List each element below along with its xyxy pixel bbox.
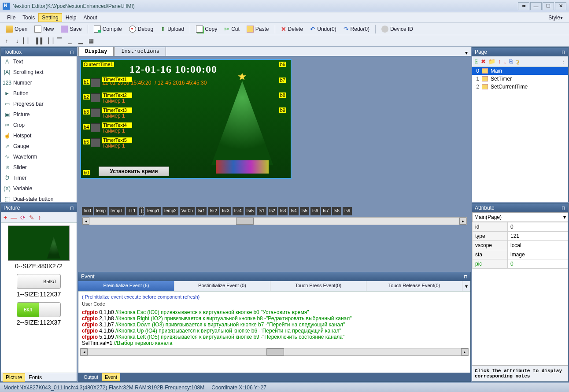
open-button[interactable]: Open [3, 24, 30, 34]
tab-display[interactable]: Display [78, 47, 114, 56]
canvas-area[interactable]: ★ CurrentTime1 12-01-16 10:00:00 b6 b1 T… [78, 56, 471, 271]
attr-row-pic[interactable]: pic0 [473, 259, 568, 269]
display-canvas[interactable]: ★ CurrentTime1 12-01-16 10:00:00 b6 b1 T… [80, 59, 292, 179]
label-b0[interactable]: b0 [83, 170, 90, 175]
obj-chip-tempT[interactable]: tempT [109, 207, 125, 215]
obj-chip-ts7[interactable]: ts7 [321, 207, 330, 215]
event-pin-icon[interactable]: ⊓ [464, 274, 468, 280]
same-size-button[interactable]: ▦ [87, 37, 95, 45]
label-b8[interactable]: b8 [279, 92, 286, 98]
page-add-button[interactable]: ⎘ [475, 58, 478, 65]
page-copy-button[interactable]: ⎘ [509, 58, 513, 65]
label-timertext4[interactable]: TimerText4 [102, 122, 132, 128]
menu-help[interactable]: Help [62, 13, 80, 22]
minibtn-b3[interactable] [91, 108, 100, 117]
minibtn-b1[interactable] [91, 78, 100, 87]
picture-thumb-2[interactable]: ВКЛ [17, 302, 61, 317]
picture-refresh-button[interactable]: ⟳ [20, 214, 26, 221]
align-top-button[interactable]: ▔ [55, 37, 63, 45]
paste-button[interactable]: Paste [244, 24, 272, 34]
page-more-icon[interactable]: ⋮ [561, 59, 565, 64]
tab-postinit[interactable]: Postinitialize Event (0) [174, 281, 270, 291]
obj-chip-ts4[interactable]: ts4 [289, 207, 298, 215]
window-close-button[interactable]: ✕ [555, 2, 566, 10]
toolbox-item-number[interactable]: 123Number [1, 78, 77, 88]
label-timertext1[interactable]: TimerText1 [102, 77, 132, 82]
canvas-hscroll[interactable]: ◂▸ [82, 217, 467, 225]
copy-button[interactable]: Copy [193, 24, 220, 34]
toolbox-item-waveform[interactable]: ∿Waveform [1, 152, 77, 162]
obj-chip-ts8[interactable]: ts8 [332, 207, 341, 215]
toolbox-item-button[interactable]: ►Button [1, 88, 77, 99]
attr-row-type[interactable]: type121 [473, 232, 568, 241]
obj-chip-ts2[interactable]: ts2 [268, 207, 277, 215]
event-tab-dropdown-icon[interactable]: ▾ [462, 281, 470, 291]
big-time-text[interactable]: 12-01-16 10:00:00 [129, 63, 217, 75]
label-b9[interactable]: b9 [279, 107, 286, 113]
minibtn-b5[interactable] [91, 138, 100, 147]
redo-button[interactable]: ↷Redo(0) [340, 24, 373, 34]
menu-about[interactable]: About [80, 13, 100, 22]
page-item-main[interactable]: 0Main [472, 67, 568, 75]
toolbox-item-scrolling-text[interactable]: [A]Scrolling text [1, 67, 77, 78]
label-currenttime1[interactable]: CurrentTime1 [83, 62, 114, 67]
align-center-button[interactable]: ▐▐ [34, 37, 42, 45]
obj-chip-TT1[interactable]: TT1 [126, 207, 137, 215]
obj-chip-tsr5[interactable]: tsr5 [245, 207, 256, 215]
code-hscroll[interactable]: ◂▸ [80, 348, 469, 356]
page-lock-button[interactable]: ⚼ [515, 58, 519, 65]
undo-button[interactable]: ↶Undo(0) [307, 24, 339, 34]
align-middle-button[interactable]: ⎯ [66, 37, 74, 45]
attribute-object-select[interactable]: Main(Page) [472, 212, 568, 222]
label-b5[interactable]: b5 [83, 139, 90, 144]
bring-front-button[interactable]: ↑ [3, 37, 11, 45]
attr-row-sta[interactable]: staimage [473, 250, 568, 259]
obj-chip-ts5[interactable]: ts5 [300, 207, 309, 215]
picture-pin-icon[interactable]: ⊓ [70, 205, 74, 211]
label-timertext3[interactable]: TimerText3 [102, 107, 132, 113]
label-b7[interactable]: b7 [279, 78, 286, 83]
picture-edit-button[interactable]: ✎ [29, 214, 34, 221]
menu-file[interactable]: File [4, 13, 19, 22]
label-b3[interactable]: b3 [83, 109, 90, 115]
obj-chip-tsr2[interactable]: tsr2 [208, 207, 219, 215]
debug-button[interactable]: Debug [126, 24, 156, 34]
tab-instructions[interactable]: Instructions [115, 47, 166, 56]
align-right-button[interactable]: ▕▕ [45, 37, 53, 45]
obj-chip-ts6[interactable]: ts6 [310, 207, 320, 215]
label-b6[interactable]: b6 [279, 62, 286, 67]
tab-touchpress[interactable]: Touch Press Event(0) [270, 281, 366, 291]
picture-add-button[interactable]: + [4, 214, 7, 221]
obj-chip-Var0b[interactable]: Var0b [180, 207, 195, 215]
window-minimize-button[interactable]: — [530, 2, 542, 10]
page-item-setcurrenttime[interactable]: 2SetCurrentTime [472, 83, 568, 91]
tab-picture[interactable]: Picture [3, 373, 25, 382]
toolbox-item-picture[interactable]: ▣Picture [1, 109, 77, 120]
menu-setting[interactable]: Setting [38, 13, 62, 22]
tab-event-bottom[interactable]: Event [102, 373, 120, 381]
tab-fonts[interactable]: Fonts [26, 374, 44, 381]
new-button[interactable]: New [31, 24, 57, 34]
menu-tools[interactable]: Tools [19, 13, 38, 22]
tab-dropdown-icon[interactable]: ▾ [462, 50, 471, 56]
obj-chip-temp1[interactable]: temp1 [145, 207, 161, 215]
set-time-button[interactable]: Установить время [99, 166, 169, 176]
window-maximize-button[interactable]: ☐ [543, 2, 554, 10]
tab-preinit[interactable]: Preinitialize Event (6) [78, 281, 174, 291]
page-delete-button[interactable]: ✖ [481, 58, 486, 65]
picture-up-button[interactable]: ↑ [38, 214, 41, 221]
label-timertext5[interactable]: TimerText5 [102, 137, 132, 143]
align-left-button[interactable]: ▏▏ [24, 37, 32, 45]
obj-chip-tsr3[interactable]: tsr3 [220, 207, 231, 215]
page-down-button[interactable]: ↓ [504, 58, 507, 65]
picture-remove-button[interactable]: — [11, 214, 17, 221]
cut-button[interactable]: ✂Cut [221, 24, 243, 34]
obj-chip-temp2[interactable]: temp2 [163, 207, 178, 215]
obj-chip-tsr1[interactable]: tsr1 [196, 207, 207, 215]
toolbox-item-gauge[interactable]: ↗Gauge [1, 141, 77, 152]
delete-button[interactable]: ✕Delete [278, 24, 307, 34]
send-back-button[interactable]: ↓ [13, 37, 21, 45]
toolbox-item-text[interactable]: AText [1, 56, 77, 67]
menu-style[interactable]: Style▾ [545, 13, 565, 22]
tab-touchrelease[interactable]: Touch Release Event(0) [366, 281, 462, 291]
